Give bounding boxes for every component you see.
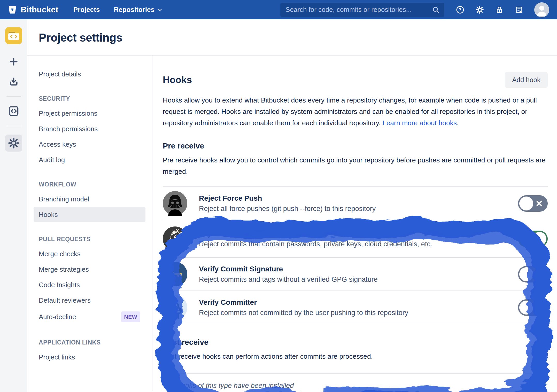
create-plus-icon[interactable]	[8, 56, 19, 67]
settings-nav-item-label: Merge strategies	[39, 265, 89, 274]
page-title: Project settings	[27, 19, 557, 55]
nav-projects[interactable]: Projects	[73, 6, 100, 14]
settings-nav-item-branching-model[interactable]: Branching model	[34, 191, 145, 207]
search-input[interactable]	[285, 5, 429, 14]
sidebar-divider	[6, 96, 21, 97]
hook-description: Reject commits not committed by the user…	[199, 309, 408, 317]
hook-description: Reject all force pushes (git push --forc…	[199, 205, 376, 213]
section-title: Hooks	[163, 75, 192, 85]
hook-title: Verify Committer	[199, 298, 408, 307]
toggle-off[interactable]	[518, 195, 548, 212]
settings-nav-item-branch-permissions[interactable]: Branch permissions	[34, 121, 145, 137]
hook-row-reject-vulnerable-commits: Reject Vulnerable CommitsReject commits …	[163, 220, 548, 258]
pre-receive-title: Pre receive	[163, 142, 548, 150]
hook-title: Reject Force Push	[199, 194, 376, 202]
add-hook-button[interactable]: Add hook	[505, 72, 548, 88]
navbar-actions: ?	[456, 2, 549, 17]
settings-nav-item-label: Audit log	[39, 155, 65, 164]
settings-section-heading-application-links: APPLICATION LINKS	[39, 339, 140, 346]
chevron-down-icon	[157, 7, 163, 13]
settings-nav-item-default-reviewers[interactable]: Default reviewers	[34, 293, 145, 308]
settings-section-heading-workflow: WORKFLOW	[39, 181, 140, 188]
code-snippet-icon[interactable]	[8, 105, 20, 117]
toggle-off[interactable]	[518, 266, 548, 283]
hook-row-verify-committer: Verify CommitterReject commits not commi…	[163, 291, 548, 324]
sidebar-divider	[6, 126, 21, 126]
toggle-off[interactable]	[518, 299, 548, 316]
settings-nav-item-label: Branching model	[39, 195, 89, 203]
settings-nav-item-merge-checks[interactable]: Merge checks	[34, 246, 145, 262]
settings-nav-item-label: Default reviewers	[39, 296, 91, 305]
settings-nav-item-label: Project links	[39, 353, 75, 362]
nav-repositories[interactable]: Repositories	[114, 6, 163, 14]
hook-title: Reject Vulnerable Commits	[199, 230, 432, 238]
nav-repositories-label: Repositories	[114, 6, 154, 14]
main-panel: Hooks Add hook Hooks allow you to extend…	[152, 56, 557, 391]
gold-key-icon	[163, 262, 187, 286]
nav-projects-label: Projects	[73, 6, 100, 14]
post-receive-empty-message: No hooks of this type have been installe…	[167, 382, 548, 390]
settings-nav-item-label: Merge checks	[39, 249, 81, 258]
brand-name: Bitbucket	[21, 5, 58, 14]
settings-nav-item-label: Access keys	[39, 140, 76, 149]
hook-title: Verify Commit Signature	[199, 265, 378, 273]
hooks-intro: Hooks allow you to extend what Bitbucket…	[163, 95, 548, 129]
settings-nav-item-access-keys[interactable]: Access keys	[34, 137, 145, 152]
settings-gear-icon[interactable]	[5, 135, 22, 152]
settings-nav-item-hooks[interactable]: Hooks	[34, 207, 145, 222]
settings-nav-item-label: Project permissions	[39, 109, 97, 118]
lock-icon[interactable]	[495, 5, 504, 14]
post-receive-divider	[163, 373, 548, 374]
settings-gear-icon[interactable]	[475, 5, 484, 14]
app-sidebar	[0, 19, 27, 392]
search-icon	[432, 6, 440, 14]
hook-texts: Verify CommitterReject commits not commi…	[199, 298, 408, 317]
top-navbar: Bitbucket Projects Repositories ?	[0, 0, 557, 19]
post-receive-description: Post receive hooks can perform actions a…	[163, 351, 548, 362]
commit-graph-user-icon	[163, 295, 187, 320]
face-stars-icon	[163, 226, 187, 251]
bitbucket-bucket-icon	[8, 5, 17, 14]
hook-texts: Reject Vulnerable CommitsReject commits …	[199, 230, 432, 248]
settings-nav-item-audit-log[interactable]: Audit log	[34, 152, 145, 168]
hooks-intro-period: .	[457, 119, 459, 127]
settings-section-heading-security: SECURITY	[39, 95, 140, 103]
settings-nav-item-auto-decline[interactable]: Auto-declineNEW	[34, 308, 145, 326]
pre-receive-description: Pre receive hooks allow you to control w…	[163, 154, 548, 177]
settings-nav-item-label: Code Insights	[39, 280, 80, 289]
new-badge: NEW	[121, 311, 141, 322]
settings-nav-item-code-insights[interactable]: Code Insights	[34, 277, 145, 293]
user-avatar[interactable]	[534, 2, 549, 17]
learn-more-link[interactable]: Learn more about hooks	[383, 119, 457, 127]
settings-nav: Project detailsSECURITYProject permissio…	[27, 56, 152, 391]
settings-section-heading-pull-requests: PULL REQUESTS	[39, 235, 140, 243]
svg-text:?: ?	[459, 7, 462, 12]
hooks-intro-text: Hooks allow you to extend what Bitbucket…	[163, 96, 537, 127]
hook-row-reject-force-push: Reject Force PushReject all force pushes…	[163, 187, 548, 220]
settings-nav-item-label: Project details	[39, 70, 81, 79]
settings-nav-item-label: Auto-decline	[39, 312, 76, 321]
clone-download-icon[interactable]	[8, 76, 19, 88]
hook-texts: Reject Force PushReject all force pushes…	[199, 194, 376, 213]
toggle-on[interactable]	[518, 231, 548, 247]
settings-nav-item-merge-strategies[interactable]: Merge strategies	[34, 262, 145, 277]
settings-nav-item-label: Branch permissions	[39, 124, 98, 133]
page-body: Project settings Project detailsSECURITY…	[27, 19, 557, 391]
hook-description: Reject commits and tags without a verifi…	[199, 276, 378, 284]
global-search[interactable]	[280, 3, 444, 17]
darth-vader-icon	[163, 191, 187, 216]
settings-nav-item-project-permissions[interactable]: Project permissions	[34, 106, 145, 121]
settings-nav-item-project-links[interactable]: Project links	[34, 349, 145, 365]
hook-row-verify-commit-signature: Verify Commit SignatureReject commits an…	[163, 258, 548, 291]
settings-nav-item-project-details[interactable]: Project details	[34, 66, 145, 82]
settings-nav-item-label: Hooks	[39, 210, 58, 219]
pre-receive-hooks-list: Reject Force PushReject all force pushes…	[163, 186, 548, 324]
help-icon[interactable]: ?	[456, 5, 465, 14]
project-folder-avatar[interactable]	[5, 27, 22, 44]
feedback-icon[interactable]	[515, 5, 523, 14]
post-receive-title: Post receive	[163, 338, 548, 347]
bitbucket-logo[interactable]: Bitbucket	[8, 5, 58, 14]
hook-description: Reject commits that contain passwords, p…	[199, 240, 432, 248]
hook-texts: Verify Commit SignatureReject commits an…	[199, 265, 378, 284]
